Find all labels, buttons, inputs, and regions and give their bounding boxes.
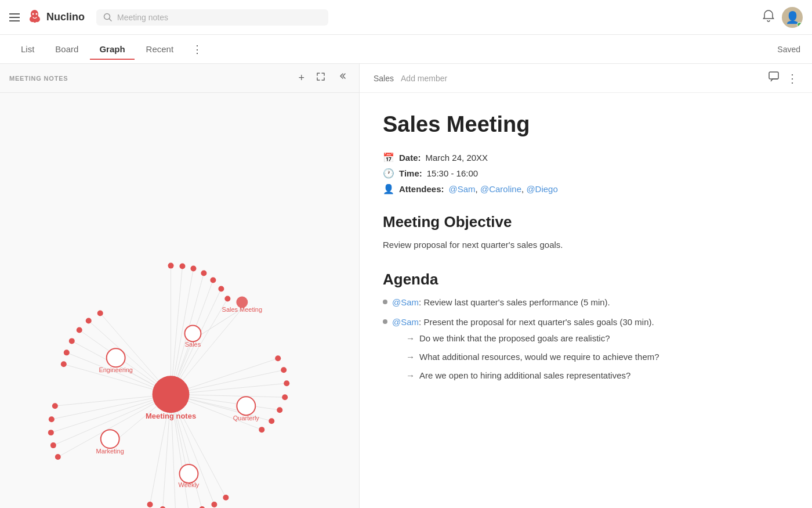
attendee-caroline[interactable]: @Caroline: [480, 184, 521, 194]
svg-point-83: [180, 464, 198, 483]
svg-text:Quarterly: Quarterly: [233, 415, 260, 421]
date-value: March 24, 20XX: [426, 153, 488, 163]
objective-heading: Meeting Objective: [383, 213, 777, 231]
svg-point-74: [97, 310, 103, 316]
top-nav: Nuclino Meeting notes 👤: [0, 0, 812, 35]
attendees-icon: 👤: [383, 183, 394, 194]
main-content: MEETING NOTES +: [0, 64, 812, 508]
svg-point-57: [223, 495, 229, 500]
svg-point-81: [101, 430, 119, 448]
date-label: Date:: [399, 153, 421, 163]
search-bar[interactable]: Meeting notes: [96, 9, 328, 26]
left-panel: MEETING NOTES +: [0, 64, 360, 508]
svg-point-85: [237, 397, 255, 415]
add-node-button[interactable]: +: [295, 71, 308, 85]
arrow-icon-3: →: [406, 369, 415, 383]
svg-point-73: [86, 318, 92, 323]
sub-item-1: → Do we think that the proposed goals ar…: [406, 332, 659, 345]
svg-text:Engineering: Engineering: [99, 366, 133, 373]
time-row: 🕐 Time: 15:30 - 16:00: [383, 168, 777, 179]
agenda-person-1[interactable]: @Sam: [392, 297, 419, 307]
svg-point-49: [224, 296, 230, 302]
agenda-person-2[interactable]: @Sam: [392, 317, 419, 327]
add-member-button[interactable]: Add member: [401, 74, 447, 83]
svg-point-50: [275, 355, 281, 361]
arrow-icon-1: →: [406, 332, 415, 345]
notifications-button[interactable]: [762, 9, 775, 25]
doc-header-bar: Sales Add member ⋮: [360, 64, 812, 93]
svg-text:Sales Meeting: Sales Meeting: [222, 306, 263, 313]
doc-title: Sales Meeting: [383, 111, 777, 138]
svg-point-58: [211, 502, 217, 507]
svg-point-69: [61, 361, 67, 367]
tab-graph[interactable]: Graph: [90, 39, 134, 60]
tab-board[interactable]: Board: [46, 39, 88, 60]
doc-header-actions: ⋮: [768, 71, 798, 85]
doc-meta: 📅 Date: March 24, 20XX 🕐 Time: 15:30 - 1…: [383, 152, 777, 194]
svg-line-3: [110, 19, 112, 21]
right-panel: Sales Add member ⋮ Sales Meeting 📅 Date:: [360, 64, 812, 508]
time-label: Time:: [399, 168, 422, 178]
svg-line-11: [171, 266, 183, 395]
svg-point-53: [282, 394, 288, 400]
tab-recent[interactable]: Recent: [137, 39, 183, 60]
graph-area[interactable]: Sales Sales Meeting Engineering Marketin…: [0, 93, 359, 508]
agenda-item-1: @Sam: Review last quarter's sales perfor…: [383, 296, 777, 309]
svg-point-47: [210, 278, 216, 283]
svg-point-79: [107, 348, 125, 367]
svg-point-64: [55, 454, 61, 460]
svg-text:Weekly: Weekly: [179, 481, 200, 488]
sub-agenda-list: → Do we think that the proposed goals ar…: [406, 332, 659, 383]
svg-point-70: [64, 350, 70, 355]
svg-point-72: [77, 327, 82, 333]
sub-item-3: → Are we open to hiring additional sales…: [406, 369, 659, 383]
svg-point-1: [36, 13, 38, 15]
calendar-icon: 📅: [383, 152, 394, 163]
graph-svg: Sales Sales Meeting Engineering Marketin…: [0, 93, 359, 508]
svg-point-43: [168, 263, 174, 269]
logo-text: Nuclino: [46, 11, 85, 23]
search-placeholder: Meeting notes: [117, 13, 168, 22]
attendee-sam[interactable]: @Sam: [449, 184, 476, 194]
svg-point-68: [52, 403, 58, 409]
tab-list[interactable]: List: [12, 39, 44, 60]
time-value: 15:30 - 16:00: [427, 168, 478, 178]
svg-point-87: [153, 376, 190, 413]
svg-point-65: [50, 442, 56, 448]
online-indicator: [797, 22, 802, 27]
objective-text: Review proposal for next quarter's sales…: [383, 238, 777, 252]
breadcrumb: Sales: [374, 74, 394, 83]
tabs-bar: List Board Graph Recent ⋮ Saved: [0, 35, 812, 64]
arrow-icon-2: →: [406, 350, 415, 364]
search-icon: [103, 13, 113, 22]
hamburger-menu[interactable]: [9, 13, 20, 21]
agenda-text-1: : Review last quarter's sales performanc…: [419, 297, 610, 307]
tabs-more-button[interactable]: ⋮: [187, 41, 207, 58]
agenda-text-2: : Present the proposal for next quarter'…: [419, 317, 654, 327]
svg-point-66: [48, 430, 54, 435]
clock-icon: 🕐: [383, 168, 394, 179]
sub-item-2: → What additional resources, would we re…: [406, 350, 659, 364]
svg-point-52: [284, 380, 289, 386]
svg-point-46: [201, 271, 206, 276]
agenda-list: @Sam: Review last quarter's sales perfor…: [383, 296, 777, 387]
svg-text:Marketing: Marketing: [96, 448, 124, 455]
svg-point-56: [259, 427, 264, 433]
sub-item-text-2: What additional resources, would we requ…: [419, 350, 659, 364]
more-options-button[interactable]: ⋮: [786, 71, 798, 85]
expand-button[interactable]: [313, 71, 329, 85]
bullet-icon-2: [383, 319, 387, 324]
sub-item-text-1: Do we think that the proposed goals are …: [419, 332, 610, 345]
comments-button[interactable]: [768, 71, 780, 85]
svg-point-71: [69, 338, 75, 344]
svg-point-48: [218, 286, 224, 292]
collapse-button[interactable]: [334, 71, 350, 85]
panel-actions: +: [295, 71, 350, 85]
panel-header: MEETING NOTES +: [0, 64, 359, 93]
avatar[interactable]: 👤: [782, 7, 803, 28]
sub-item-text-3: Are we open to hiring additional sales r…: [419, 369, 630, 383]
svg-point-51: [281, 367, 287, 373]
svg-point-63: [147, 502, 153, 507]
attendee-diego[interactable]: @Diego: [526, 184, 557, 194]
date-row: 📅 Date: March 24, 20XX: [383, 152, 777, 163]
